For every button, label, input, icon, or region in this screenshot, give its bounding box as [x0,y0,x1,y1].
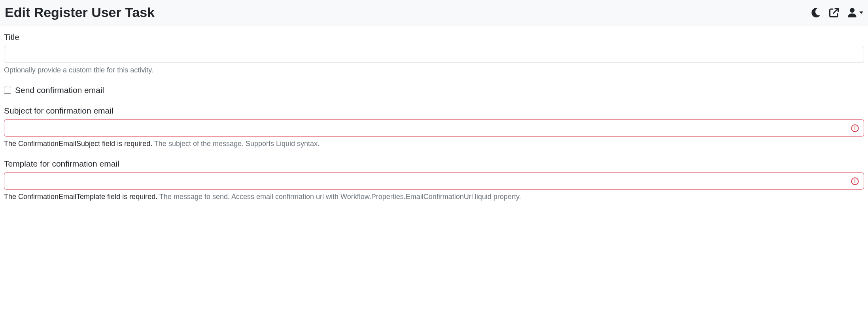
template-error: The ConfirmationEmailTemplate field is r… [4,193,157,201]
user-menu[interactable] [847,8,863,17]
template-input[interactable] [4,173,864,190]
subject-field-group: Subject for confirmation email The Confi… [4,106,864,148]
title-field-group: Title Optionally provide a custom title … [4,32,864,74]
template-hint: The message to send. Access email confir… [159,193,521,201]
page-title: Edit Register User Task [5,5,155,20]
moon-icon [811,8,821,17]
user-icon [847,8,857,17]
header-bar: Edit Register User Task [0,0,868,25]
title-input[interactable] [4,46,864,63]
title-label: Title [4,32,864,42]
send-confirmation-label[interactable]: Send confirmation email [15,85,104,95]
template-label: Template for confirmation email [4,159,864,169]
title-hint: Optionally provide a custom title for th… [4,66,864,74]
dark-mode-toggle[interactable] [811,8,821,17]
subject-input[interactable] [4,119,864,137]
external-link-button[interactable] [829,8,839,17]
send-confirmation-check: Send confirmation email [4,85,864,95]
subject-hint: The subject of the message. Supports Liq… [154,140,320,148]
form-content: Title Optionally provide a custom title … [0,25,868,219]
header-actions [811,8,863,17]
subject-error: The ConfirmationEmailSubject field is re… [4,140,152,148]
external-link-icon [829,8,839,17]
subject-hint-line: The ConfirmationEmailSubject field is re… [4,140,864,148]
send-confirmation-checkbox[interactable] [4,87,11,94]
caret-down-icon [859,11,863,14]
template-field-group: Template for confirmation email The Conf… [4,159,864,201]
template-hint-line: The ConfirmationEmailTemplate field is r… [4,193,864,201]
subject-label: Subject for confirmation email [4,106,864,116]
user-icon-wrap [847,8,857,17]
